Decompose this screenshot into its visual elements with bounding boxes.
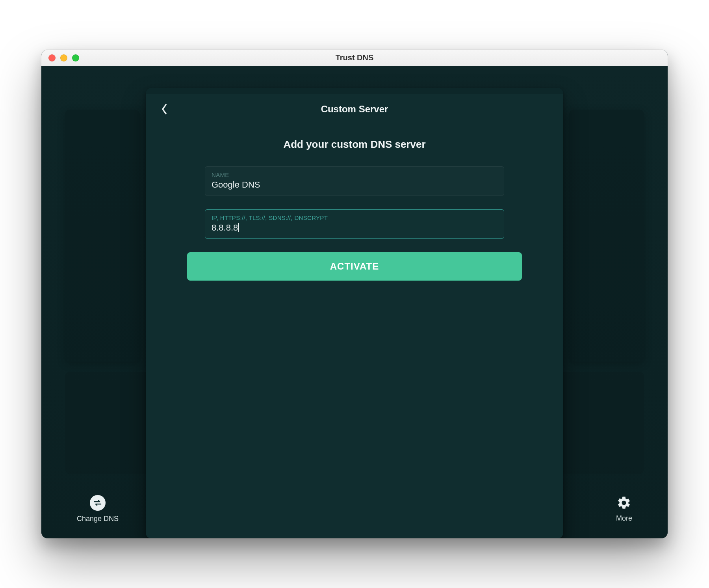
address-field[interactable]: IP, HTTPS://, TLS://, SDNS://, DNSCRYPT …: [205, 209, 504, 239]
modal-header: Custom Server: [146, 94, 563, 124]
chevron-left-icon: [161, 103, 169, 115]
app-body: Custom Server Add your custom DNS server…: [41, 66, 668, 538]
window-title: Trust DNS: [41, 53, 668, 62]
name-field[interactable]: NAME: [205, 166, 504, 196]
back-button[interactable]: [157, 101, 173, 117]
swap-icon: [90, 495, 106, 511]
name-input[interactable]: [212, 180, 497, 190]
app-window: Trust DNS Custom Server: [41, 50, 668, 538]
modal-subtitle: Add your custom DNS server: [169, 138, 540, 151]
activate-button[interactable]: ACTIVATE: [187, 252, 522, 281]
more-button[interactable]: More: [616, 495, 632, 523]
gear-icon: [616, 495, 631, 510]
change-dns-button[interactable]: Change DNS: [77, 495, 119, 523]
more-label: More: [616, 514, 632, 523]
bottom-toolbar: Change DNS More: [41, 487, 668, 538]
name-field-label: NAME: [212, 171, 497, 178]
titlebar: Trust DNS: [41, 50, 668, 66]
modal-title: Custom Server: [321, 104, 388, 115]
address-input[interactable]: 8.8.8.8: [212, 223, 238, 233]
address-field-label: IP, HTTPS://, TLS://, SDNS://, DNSCRYPT: [212, 214, 497, 221]
change-dns-label: Change DNS: [77, 515, 119, 523]
custom-server-modal: Custom Server Add your custom DNS server…: [146, 88, 563, 538]
text-caret: [238, 223, 239, 232]
